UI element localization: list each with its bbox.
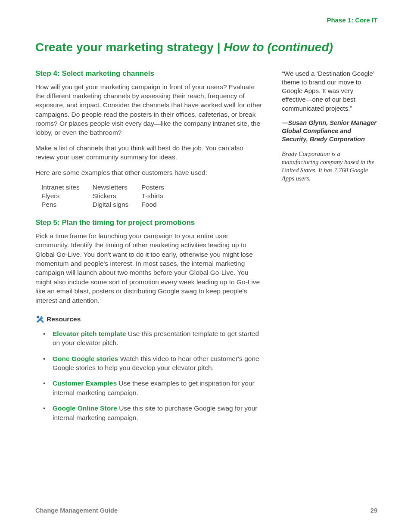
side-column: “We used a ‘Destination Google’ theme to… bbox=[282, 69, 377, 429]
title-sub: How to (continued) bbox=[224, 40, 333, 54]
sidebar-attribution: —Susan Glynn, Senior Manager Global Comp… bbox=[282, 119, 377, 143]
table-cell: Posters bbox=[141, 183, 177, 192]
main-column: Step 4: Select marketing channels How wi… bbox=[35, 69, 264, 429]
table-row: Flyers Stickers T-shirts bbox=[41, 192, 177, 200]
table-cell: Pens bbox=[41, 200, 93, 209]
step4-p1: How will you get your marketing campaign… bbox=[35, 82, 264, 137]
page-title: Create your marketing strategy | How to … bbox=[35, 40, 377, 55]
sidebar-quote: “We used a ‘Destination Google’ theme to… bbox=[282, 69, 377, 113]
resource-link[interactable]: Google Online Store bbox=[53, 404, 117, 412]
page-footer: Change Management Guide 29 bbox=[35, 507, 377, 514]
table-cell: Flyers bbox=[41, 192, 93, 200]
table-cell: Newsletters bbox=[93, 183, 142, 192]
list-item: Google Online Store Use this site to pur… bbox=[41, 404, 264, 422]
resource-link[interactable]: Gone Google stories bbox=[53, 355, 118, 362]
sidebar-note: Brady Corporation is a manufacturing com… bbox=[282, 150, 377, 183]
footer-doc-title: Change Management Guide bbox=[35, 507, 118, 514]
step4-p3: Here are some examples that other custom… bbox=[35, 168, 264, 177]
resource-link[interactable]: Customer Examples bbox=[53, 380, 117, 387]
step5-heading: Step 5: Plan the timing for project prom… bbox=[35, 218, 264, 227]
table-cell: Intranet sites bbox=[41, 183, 93, 192]
table-row: Pens Digital signs Food bbox=[41, 200, 177, 209]
table-cell: Food bbox=[141, 200, 177, 209]
resources-label: Resources bbox=[47, 315, 81, 323]
channels-table: Intranet sites Newsletters Posters Flyer… bbox=[41, 183, 177, 209]
step4-p2: Make a list of channels that you think w… bbox=[35, 143, 264, 162]
title-main: Create your marketing strategy | bbox=[35, 40, 224, 54]
phase-header: Phase 1: Core IT bbox=[35, 16, 377, 24]
step4-heading: Step 4: Select marketing channels bbox=[35, 69, 264, 78]
tools-icon bbox=[35, 314, 45, 324]
list-item: Customer Examples Use these examples to … bbox=[41, 379, 264, 397]
list-item: Gone Google stories Watch this video to … bbox=[41, 354, 264, 373]
resource-link[interactable]: Elevator pitch template bbox=[53, 330, 126, 337]
table-cell: T-shirts bbox=[141, 192, 177, 200]
table-cell: Digital signs bbox=[93, 200, 142, 209]
list-item: Elevator pitch template Use this present… bbox=[41, 329, 264, 348]
table-cell: Stickers bbox=[93, 192, 142, 200]
resources-list: Elevator pitch template Use this present… bbox=[35, 329, 264, 422]
footer-page-number: 29 bbox=[371, 507, 377, 514]
table-row: Intranet sites Newsletters Posters bbox=[41, 183, 177, 192]
step5-p1: Pick a time frame for launching your cam… bbox=[35, 231, 264, 305]
resources-heading: Resources bbox=[35, 314, 264, 324]
